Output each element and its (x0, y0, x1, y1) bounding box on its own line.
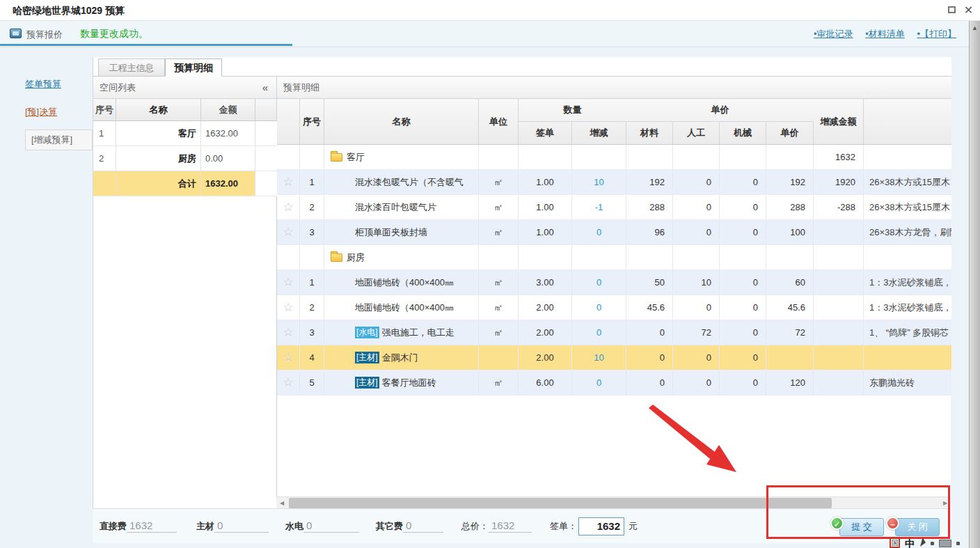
star-icon[interactable]: ☆ (283, 225, 293, 240)
row-name-text: 柜顶单面夹板封墙 (355, 226, 427, 239)
row-labor: 0 (673, 295, 720, 320)
star-icon[interactable]: ☆ (283, 275, 293, 290)
row-qty-change: -1 (572, 195, 626, 219)
maximize-icon[interactable] (946, 4, 958, 16)
grid-item-row[interactable]: ☆1地面铺地砖（400×400㎜㎡3.00050100601：3水泥砂浆铺底，水 (277, 270, 951, 295)
row-seq: 4 (300, 345, 324, 370)
row-change-amount (814, 345, 864, 370)
app-label: 预算报价 (26, 29, 63, 41)
row-name: [主材]金隅木门 (324, 345, 479, 370)
row-machine (720, 245, 766, 269)
ime-keyboard-icon[interactable] (939, 540, 951, 547)
space-row[interactable]: 2 厨房 0.00 (93, 146, 277, 171)
space-row[interactable]: 1 客厅 1632.00 (93, 121, 277, 146)
row-qty-change: 0 (572, 270, 626, 295)
star-icon[interactable]: ☆ (283, 375, 293, 390)
row-remark: 26×38木方或15厘木 (864, 195, 951, 219)
scroll-right-icon[interactable]: ▶ (940, 497, 951, 509)
submit-button[interactable]: 提 交 (839, 518, 884, 536)
star-icon[interactable]: ☆ (283, 325, 293, 340)
footer-totals-bar: 直接费 1632 主材 0 水电 0 其它费 0 总价： 1632 签单： 元 (93, 508, 951, 543)
window-title: 哈密绿地世界城1029 预算 (13, 5, 125, 17)
row-star-cell (277, 145, 300, 169)
grid-item-row[interactable]: ☆3[水电]强电施工，电工走㎡2.0000720721、 “鸽牌” 多股铜芯 (277, 320, 951, 345)
row-machine: 0 (720, 220, 766, 244)
main-material-value: 0 (214, 519, 269, 533)
link-material-list[interactable]: •材料清单 (865, 29, 905, 39)
space-row-filler (255, 146, 277, 171)
page-scroll-up-icon[interactable]: ▲ (970, 21, 980, 31)
row-remark (864, 245, 951, 269)
sign-amount-input[interactable] (578, 517, 624, 535)
page-vertical-scrollbar[interactable]: ▲ (969, 21, 980, 548)
row-star-cell: ☆ (277, 370, 300, 395)
grid-item-row[interactable]: ☆1混水漆包暖气片（不含暖气㎡1.001019200192192026×38木方… (277, 170, 951, 195)
main-panel: 工程主信息 预算明细 空间列表 « 序号 名称 金额 1 客厅 1632.00 (93, 57, 951, 508)
header-qty-group: 数量 签单 增减 (519, 99, 626, 144)
row-unit: ㎡ (479, 270, 519, 295)
space-row-filler (255, 121, 277, 146)
scroll-left-icon[interactable]: ◀ (276, 497, 287, 509)
star-icon[interactable]: ☆ (283, 300, 293, 315)
row-remark: 1、 “鸽牌” 多股铜芯 (864, 320, 951, 345)
category-badge: [主材] (355, 352, 379, 363)
row-star-cell: ☆ (277, 195, 300, 219)
row-name: [水电]强电施工，电工走 (324, 320, 479, 345)
close-button[interactable]: 关 闭 (895, 518, 940, 536)
link-approval-records[interactable]: •审批记录 (814, 29, 853, 39)
row-qty-sign: 1.00 (519, 220, 572, 244)
horizontal-scrollbar[interactable]: ◀ ▶ (276, 496, 951, 508)
ime-language-icon[interactable]: 中 (905, 538, 915, 548)
grid-group-row[interactable]: 客厅1632 (277, 145, 951, 170)
row-unit-price: 72 (766, 320, 814, 345)
toolbar: 预算报价 数量更改成功。 •审批记录 •材料清单 •【打印】 (0, 21, 980, 47)
space-total-seq (93, 171, 116, 196)
row-qty-sign: 3.00 (519, 270, 572, 295)
ime-flag-icon[interactable]: 国 (890, 538, 900, 548)
total-price-label: 总价： (461, 520, 489, 533)
category-badge: [主材] (355, 377, 379, 389)
row-seq: 1 (300, 270, 324, 295)
tab-project-info[interactable]: 工程主信息 (98, 58, 165, 77)
close-icon[interactable]: ✕ (963, 4, 974, 16)
row-material: 0 (626, 370, 673, 395)
row-qty-sign: 2.00 (519, 345, 572, 370)
grid-item-row[interactable]: ☆2混水漆百叶包暖气片㎡1.00-128800288-28826×38木方或15… (277, 195, 951, 220)
row-change-amount (814, 320, 864, 345)
col-amount: 金额 (201, 99, 255, 120)
row-remark (864, 145, 951, 169)
row-remark: 26×38木方或15厘木 (864, 170, 951, 194)
row-machine: 0 (720, 345, 766, 370)
row-seq: 2 (300, 295, 324, 320)
space-row-seq: 1 (93, 121, 116, 146)
star-icon[interactable]: ☆ (283, 200, 293, 214)
star-icon[interactable]: ☆ (283, 175, 293, 189)
link-print[interactable]: •【打印】 (917, 29, 956, 39)
row-unit: ㎡ (479, 295, 519, 320)
space-total-label: 合计 (116, 171, 201, 196)
water-electric-value: 0 (303, 519, 359, 533)
col-seq: 序号 (93, 99, 116, 120)
star-icon[interactable]: ☆ (283, 350, 293, 365)
header-price-label: 单价 (626, 99, 814, 122)
scrollbar-thumb[interactable] (289, 498, 832, 508)
grid-item-row[interactable]: ☆5[主材]客餐厅地面砖㎡6.000000120东鹏抛光砖 (277, 370, 951, 396)
grid-item-row[interactable]: ☆3柜顶单面夹板封墙㎡1.000960010026×38木方龙骨，刷防 (277, 220, 951, 245)
sidebar-item-change-budget[interactable]: [增减预算] (25, 130, 93, 150)
row-star-cell: ☆ (277, 320, 300, 345)
water-electric-label: 水电 (285, 520, 303, 533)
check-circle-icon: ✓ (830, 517, 844, 530)
grid-item-row[interactable]: ☆2地面铺地砖（400×400㎜㎡2.00045.60045.61：3水泥砂浆铺… (277, 295, 951, 320)
grid-item-row[interactable]: ☆4[主材]金隅木门2.0010000 (277, 345, 951, 370)
sidebar-item-sign-budget[interactable]: 签单预算 (25, 78, 61, 91)
row-unit: ㎡ (479, 195, 519, 219)
ime-pen-icon[interactable] (920, 538, 926, 547)
row-material: 50 (626, 270, 673, 295)
tab-budget-detail[interactable]: 预算明细 (165, 58, 222, 77)
grid-group-row[interactable]: 厨房 (277, 245, 951, 270)
row-qty-sign (519, 145, 572, 169)
sidebar-item-pre-settlement[interactable]: [预]决算 (25, 106, 57, 118)
row-unit: ㎡ (479, 220, 519, 244)
collapse-icon[interactable]: « (262, 77, 268, 98)
row-unit: ㎡ (479, 170, 519, 194)
